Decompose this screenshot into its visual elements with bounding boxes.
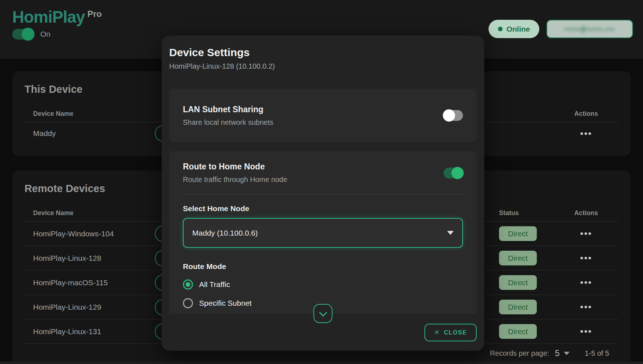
device-settings-modal: Device Settings HomiPlay-Linux-128 (10.1… (162, 36, 484, 351)
toggle-knob (451, 167, 464, 179)
close-button-label: CLOSE (444, 329, 467, 336)
route-mode-option-all-traffic[interactable]: All Traffic (183, 279, 463, 290)
status-badge: Online (489, 20, 539, 38)
radio-label: All Traffic (199, 280, 230, 289)
more-actions-button[interactable]: ••• (554, 326, 619, 337)
route-home-description: Route traffic through Home node (183, 176, 287, 184)
modal-title: Device Settings (169, 46, 477, 59)
brand-name: HomiPlay (12, 7, 85, 27)
scroll-down-button[interactable] (314, 304, 333, 323)
radio-label: Specific Subnet (199, 299, 252, 308)
more-actions-button[interactable]: ••• (554, 252, 619, 264)
modal-subtitle: HomiPlay-Linux-128 (10.100.0.2) (169, 62, 477, 70)
radio-selected-icon (183, 279, 193, 290)
chevron-down-icon (319, 308, 327, 317)
power-toggle-label: On (40, 30, 50, 38)
brand-logo: HomiPlayPro On (12, 7, 102, 40)
records-per-page-value[interactable]: 5 (555, 349, 559, 358)
power-toggle-knob (22, 28, 35, 41)
column-header-status: Status (496, 209, 554, 217)
column-header-actions: Actions (554, 110, 619, 118)
more-actions-button[interactable]: ••• (554, 228, 619, 239)
lan-subnet-sharing-title: LAN Subnet Sharing (183, 105, 273, 114)
section-divider (183, 194, 463, 194)
modal-scroll-area: LAN Subnet Sharing Share local network s… (169, 89, 477, 314)
brand-pro-badge: Pro (87, 9, 102, 19)
column-header-actions: Actions (554, 209, 619, 217)
lan-subnet-sharing-section: LAN Subnet Sharing Share local network s… (169, 89, 477, 142)
home-node-selected-value: Maddy (10.100.0.6) (192, 229, 258, 237)
home-node-select[interactable]: Maddy (10.100.0.6) (183, 218, 463, 248)
account-button[interactable]: •••••@•••••.••• (547, 20, 633, 38)
close-x-icon: ✕ (434, 329, 440, 336)
pagination-range: 1-5 of 5 (585, 349, 609, 358)
status-badge-label: Online (507, 25, 530, 33)
bottom-strip (0, 361, 643, 364)
route-mode-label: Route Mode (183, 262, 463, 271)
records-per-page-caret-icon[interactable] (564, 352, 570, 355)
online-dot-icon (498, 27, 503, 31)
status-badge-direct: Direct (499, 251, 537, 265)
account-email-obscured: •••••@•••••.••• (565, 25, 615, 33)
status-badge-direct: Direct (499, 275, 537, 290)
lan-subnet-sharing-description: Share local network subnets (183, 118, 273, 127)
lan-subnet-sharing-toggle[interactable] (444, 110, 463, 121)
more-actions-button[interactable]: ••• (554, 301, 619, 313)
records-per-page-label: Records per page: (490, 349, 549, 358)
modal-header: Device Settings HomiPlay-Linux-128 (10.1… (162, 36, 484, 70)
toggle-knob (443, 109, 455, 122)
app-page: HomiPlayPro On Online •••••@•••••.••• Th… (0, 0, 643, 364)
status-badge-direct: Direct (499, 226, 537, 241)
status-badge-direct: Direct (499, 300, 537, 314)
route-to-home-node-section: Route to Home Node Route traffic through… (169, 151, 477, 314)
select-home-node-label: Select Home Node (183, 204, 463, 213)
more-actions-button[interactable]: ••• (554, 277, 619, 288)
power-toggle[interactable] (12, 29, 33, 40)
radio-unselected-icon (183, 298, 193, 308)
close-button[interactable]: ✕ CLOSE (424, 324, 477, 341)
chevron-down-icon (447, 231, 454, 235)
more-actions-button[interactable]: ••• (554, 128, 619, 139)
route-home-title: Route to Home Node (183, 162, 287, 172)
status-badge-direct: Direct (499, 324, 537, 339)
route-home-toggle[interactable] (444, 168, 463, 178)
header-right-group: Online •••••@•••••.••• (489, 20, 633, 38)
